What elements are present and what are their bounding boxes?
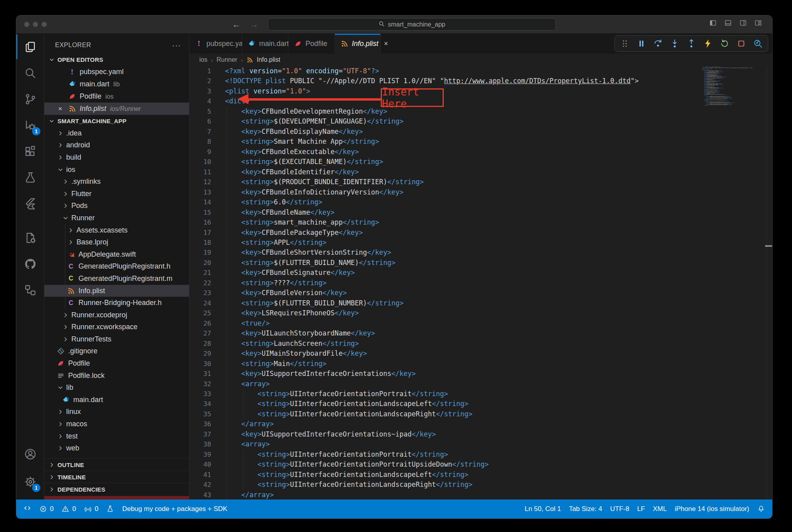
tree-folder-macos[interactable]: macos: [44, 418, 189, 430]
nav-back-icon[interactable]: ←: [232, 20, 240, 29]
code-line-36[interactable]: 36</array>: [189, 419, 772, 429]
nav-forward-icon[interactable]: →: [250, 20, 258, 29]
sidebar-section-outline[interactable]: OUTLINE: [44, 458, 189, 471]
scrollbar-handle[interactable]: [765, 245, 772, 247]
step-out-icon[interactable]: [686, 38, 697, 49]
tree-file-podfile.lock[interactable]: Podfile.lock: [44, 370, 189, 382]
code-line-37[interactable]: 37<key>UISupportedInterfaceOrientations~…: [189, 429, 772, 439]
encoding[interactable]: UTF-8: [610, 505, 629, 513]
code-line-22[interactable]: 22<string>????</string>: [189, 278, 772, 288]
code-line-34[interactable]: 34<string>UIInterfaceOrientationLandscap…: [189, 399, 772, 409]
source-control-icon[interactable]: [17, 86, 43, 112]
code-line-38[interactable]: 38<array>: [189, 439, 772, 449]
code-line-7[interactable]: 7<key>CFBundleDisplayName</key>: [189, 127, 772, 137]
cursor-position[interactable]: Ln 50, Col 1: [525, 505, 561, 513]
tree-folder-.idea[interactable]: .idea: [44, 127, 189, 139]
code-line-21[interactable]: 21<key>CFBundleSignature</key>: [189, 268, 772, 278]
code-line-24[interactable]: 24<string>$(FLUTTER_BUILD_NUMBER)</strin…: [189, 298, 772, 308]
debug-config-label[interactable]: Debug my code + packages + SDK: [122, 505, 227, 513]
tree-folder-lib[interactable]: lib: [44, 381, 189, 394]
minimap[interactable]: <?xml version="1.0" encoding="UTF-8"?><!…: [700, 67, 758, 106]
breadcrumb-item[interactable]: ios: [199, 56, 207, 63]
grip-icon[interactable]: [620, 38, 630, 49]
tree-folder-ios[interactable]: ios: [44, 164, 189, 176]
code-line-29[interactable]: 29<key>UIMainStoryboardFile</key>: [189, 349, 772, 358]
code-line-18[interactable]: 18<string>APPL</string>: [189, 238, 772, 248]
tab-pubspec.yaml[interactable]: !pubspec.yaml: [189, 34, 242, 53]
code-line-35[interactable]: 35<string>UIInterfaceOrientationLandscap…: [189, 409, 772, 419]
tree-folder-android[interactable]: android: [44, 139, 189, 152]
code-line-25[interactable]: 25<key>LSRequiresIPhoneOS</key>: [189, 308, 772, 318]
code-line-23[interactable]: 23<key>CFBundleVersion</key>: [189, 288, 772, 298]
code-line-30[interactable]: 30<string>Main</string>: [189, 359, 772, 369]
open-editor-item[interactable]: main.dartlib: [44, 78, 189, 90]
tree-file-generatedpluginregistrant.m[interactable]: CGeneratedPluginRegistrant.m: [44, 273, 189, 285]
code-line-43[interactable]: 43</array>: [189, 490, 772, 500]
tree-folder-runner[interactable]: Runner: [44, 212, 189, 224]
step-into-icon[interactable]: [670, 38, 680, 49]
tree-folder-linux[interactable]: linux: [44, 406, 189, 418]
command-center[interactable]: smart_machine_app: [268, 18, 556, 31]
tree-file-generatedpluginregistrant.h[interactable]: CGeneratedPluginRegistrant.h: [44, 261, 189, 273]
device-selector[interactable]: iPhone 14 (ios simulator): [675, 505, 749, 513]
code-line-8[interactable]: 8<string>Smart Machine App</string>: [189, 137, 772, 147]
tree-folder-web[interactable]: web: [44, 442, 189, 454]
settings-icon[interactable]: 1: [17, 469, 43, 495]
layout-sidebar-right-icon[interactable]: [739, 19, 748, 30]
code-line-26[interactable]: 26<true/>: [189, 318, 772, 328]
step-over-icon[interactable]: [653, 38, 663, 49]
inspector-icon[interactable]: [753, 38, 763, 49]
errors[interactable]: 0: [39, 505, 53, 513]
code-line-10[interactable]: 10<string>$(EXECUTABLE_NAME)</string>: [189, 157, 772, 167]
warnings[interactable]: 0: [61, 505, 76, 513]
code-line-41[interactable]: 41<string>UIInterfaceOrientationLandscap…: [189, 470, 772, 480]
tree-file-.gitignore[interactable]: .gitignore: [44, 345, 189, 358]
code-line-16[interactable]: 16<string>smart_machine_app</string>: [189, 217, 772, 227]
project-settings-icon[interactable]: [17, 225, 43, 251]
tab-main.dart[interactable]: main.dart: [242, 34, 288, 53]
tree-file-appdelegate.swift[interactable]: AppDelegate.swift: [44, 248, 189, 261]
code-line-27[interactable]: 27<key>UILaunchStoryboardName</key>: [189, 328, 772, 338]
code-line-20[interactable]: 20<string>$(FLUTTER_BUILD_NAME)</string>: [189, 258, 772, 268]
tree-folder-build[interactable]: build: [44, 151, 189, 164]
flutter-icon[interactable]: [17, 191, 43, 217]
minimize-window-icon[interactable]: [33, 22, 38, 27]
sidebar-section-dependencies[interactable]: DEPENDENCIES: [44, 483, 189, 495]
tree-folder-runner.xcodeproj[interactable]: Runner.xcodeproj: [44, 309, 189, 321]
remote-indicator[interactable]: [23, 505, 31, 513]
hot-reload-icon[interactable]: [703, 38, 713, 49]
close-tab-icon[interactable]: ×: [384, 40, 388, 48]
code-line-5[interactable]: 5<key>CFBundleDevelopmentRegion</key>: [189, 107, 772, 116]
tree-file-podfile[interactable]: Podfile: [44, 357, 189, 370]
code-line-42[interactable]: 42<string>UIInterfaceOrientationLandscap…: [189, 480, 772, 490]
open-editor-item[interactable]: Podfileios: [44, 90, 189, 103]
code-line-33[interactable]: 33<string>UIInterfaceOrientationPortrait…: [189, 389, 772, 399]
debug-config-icon[interactable]: [106, 505, 114, 513]
open-editors-header[interactable]: OPEN EDITORS: [44, 53, 189, 66]
project-section-header[interactable]: SMART_MACHINE_APP: [44, 115, 189, 127]
code-line-28[interactable]: 28<string>LaunchScreen</string>: [189, 339, 772, 349]
tree-folder-runnertests[interactable]: RunnerTests: [44, 333, 189, 345]
close-window-icon[interactable]: [24, 22, 29, 27]
tree-folder-assets.xcassets[interactable]: Assets.xcassets: [44, 224, 189, 236]
tree-file-runner-bridging-header.h[interactable]: CRunner-Bridging-Header.h: [44, 297, 189, 309]
code-line-32[interactable]: 32<array>: [189, 379, 772, 389]
more-actions-icon[interactable]: ···: [172, 41, 181, 50]
tree-folder-pods[interactable]: Pods: [44, 200, 189, 212]
hierarchy-icon[interactable]: [17, 277, 43, 303]
layout-panel-icon[interactable]: [724, 19, 733, 30]
code-line-40[interactable]: 40<string>UIInterfaceOrientationPortrait…: [189, 460, 772, 469]
code-line-13[interactable]: 13<key>CFBundleInfoDictionaryVersion</ke…: [189, 187, 772, 197]
pause-icon[interactable]: [636, 38, 647, 49]
tree-folder-base.lproj[interactable]: Base.lproj: [44, 236, 189, 248]
code-line-9[interactable]: 9<key>CFBundleExecutable</key>: [189, 147, 772, 157]
code-line-2[interactable]: 2<!DOCTYPE plist PUBLIC "-//Apple//DTD P…: [189, 76, 772, 86]
code-line-31[interactable]: 31<key>UISupportedInterfaceOrientations<…: [189, 369, 772, 379]
code-line-11[interactable]: 11<key>CFBundleIdentifier</key>: [189, 167, 772, 177]
breadcrumb-file[interactable]: Info.plist: [257, 56, 281, 63]
restart-icon[interactable]: [719, 38, 730, 49]
code-line-17[interactable]: 17<key>CFBundlePackageType</key>: [189, 228, 772, 238]
code-line-6[interactable]: 6<string>$(DEVELOPMENT_LANGUAGE)</string…: [189, 116, 772, 126]
code-line-14[interactable]: 14<string>6.0</string>: [189, 197, 772, 207]
sidebar-section-timeline[interactable]: TIMELINE: [44, 471, 189, 483]
